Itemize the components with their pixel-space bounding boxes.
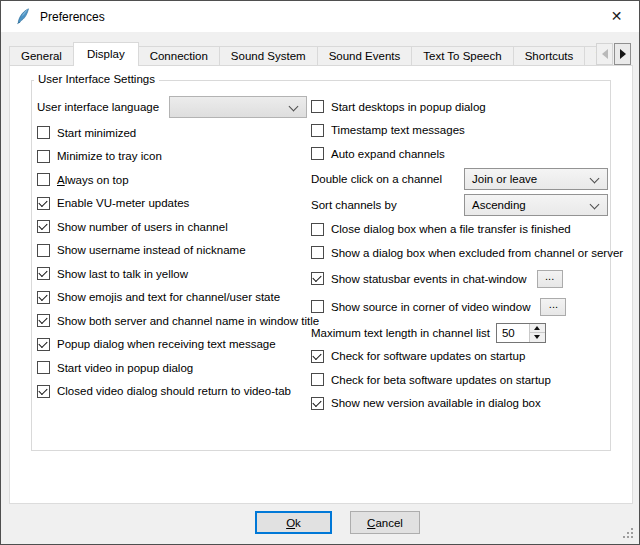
checkbox-show-username-instead-of-nickname[interactable]: Show username instead of nickname	[37, 239, 309, 263]
close-button[interactable]: ✕	[594, 1, 639, 32]
checkbox-box[interactable]	[37, 173, 50, 186]
checkbox-popup-dialog-when-receiving-text-message[interactable]: Popup dialog when receiving text message	[37, 333, 309, 357]
double-click-row: Double click on a channel Join or leave	[311, 166, 637, 192]
tab-general[interactable]: General	[9, 46, 74, 66]
statusbar-events-row[interactable]: Show statusbar events in chat-window ...	[311, 265, 637, 293]
tab-scroll-buttons	[596, 43, 631, 65]
preferences-dialog: Preferences ✕ GeneralDisplayConnectionSo…	[0, 0, 640, 545]
video-source-row[interactable]: Show source in corner of video window ..…	[311, 293, 637, 321]
checkbox-show-both-server-and-channel-name-in-window-title[interactable]: Show both server and channel name in win…	[37, 309, 309, 333]
checkbox-close-dialog-box-when-a-file-transfer-is-finished[interactable]: Close dialog box when a file transfer is…	[311, 218, 637, 242]
tab-display[interactable]: Display	[73, 42, 139, 66]
video-source-checkbox[interactable]	[311, 300, 324, 313]
right-bottom-checkbox-list: Check for software updates on startup Ch…	[311, 345, 637, 416]
spin-up-button[interactable]	[530, 324, 545, 334]
group-title: User Interface Settings	[34, 73, 159, 85]
sort-channels-label: Sort channels by	[311, 199, 464, 211]
checkbox-box[interactable]	[311, 350, 324, 363]
double-click-combobox[interactable]: Join or leave	[464, 168, 608, 190]
chevron-down-icon	[289, 102, 299, 112]
ok-button[interactable]: Ok	[255, 511, 332, 534]
checkbox-box[interactable]	[37, 244, 50, 257]
tab-shortcuts[interactable]: Shortcuts	[513, 46, 586, 66]
statusbar-events-label[interactable]: Show statusbar events in chat-window	[331, 273, 527, 285]
window-title: Preferences	[40, 10, 105, 24]
right-top-checkbox-list: Start desktops in popup dialog Timestamp…	[311, 95, 637, 166]
checkbox-box[interactable]	[37, 314, 50, 327]
tab-sound-events[interactable]: Sound Events	[317, 46, 413, 66]
checkbox-box[interactable]	[37, 267, 50, 280]
checkbox-box[interactable]	[37, 338, 50, 351]
resize-grip[interactable]	[623, 528, 635, 540]
checkbox-show-emojis-and-text-for-channel-user-state[interactable]: Show emojis and text for channel/user st…	[37, 286, 309, 310]
checkbox-box[interactable]	[311, 124, 324, 137]
spin-down-button[interactable]	[530, 333, 545, 342]
checkbox-box[interactable]	[311, 397, 324, 410]
checkbox-box[interactable]	[311, 373, 324, 386]
tab-scroll-right-button[interactable]	[614, 43, 631, 65]
resize-grip-icon	[623, 528, 625, 530]
checkbox-enable-vu-meter-updates[interactable]: Enable VU-meter updates	[37, 192, 309, 216]
max-text-length-value: 50	[497, 324, 529, 342]
language-row: User interface language	[37, 93, 309, 121]
sort-channels-combobox[interactable]: Ascending	[464, 194, 608, 216]
checkbox-show-last-to-talk-in-yellow[interactable]: Show last to talk in yellow	[37, 262, 309, 286]
double-click-label: Double click on a channel	[311, 173, 464, 185]
checkbox-box[interactable]	[37, 291, 50, 304]
video-source-label[interactable]: Show source in corner of video window	[331, 301, 530, 313]
checkbox-box[interactable]	[37, 150, 50, 163]
checkbox-box[interactable]	[37, 197, 50, 210]
tab-bar: GeneralDisplayConnectionSound SystemSoun…	[9, 42, 599, 66]
checkbox-closed-video-dialog-should-return-to-video-tab[interactable]: Closed video dialog should return to vid…	[37, 380, 309, 404]
sort-channels-combobox-value: Ascending	[472, 199, 526, 211]
checkbox-check-for-beta-software-updates-on-startup[interactable]: Check for beta software updates on start…	[311, 368, 637, 392]
checkbox-box[interactable]	[37, 361, 50, 374]
tab-scroll-left-icon	[602, 49, 608, 59]
cancel-button[interactable]: Cancel	[350, 511, 420, 534]
checkbox-box[interactable]	[311, 223, 324, 236]
checkbox-box[interactable]	[37, 220, 50, 233]
left-column: User interface language Start minimized …	[37, 93, 309, 403]
checkbox-always-on-top[interactable]: Always on top	[37, 168, 309, 192]
right-mid-checkbox-list: Close dialog box when a file transfer is…	[311, 218, 637, 265]
tab-scroll-right-icon	[620, 49, 626, 59]
checkbox-box[interactable]	[37, 385, 50, 398]
checkbox-box[interactable]	[311, 246, 324, 259]
language-label: User interface language	[37, 101, 169, 113]
checkbox-box[interactable]	[37, 126, 50, 139]
tab-text-to-speech[interactable]: Text To Speech	[411, 46, 513, 66]
max-text-length-spinner[interactable]: 50	[496, 323, 546, 343]
tab-sound-system[interactable]: Sound System	[219, 46, 318, 66]
close-icon: ✕	[611, 8, 623, 24]
app-icon	[14, 8, 31, 25]
checkbox-timestamp-text-messages[interactable]: Timestamp text messages	[311, 119, 637, 143]
sort-channels-row: Sort channels by Ascending	[311, 192, 637, 218]
tab-scroll-left-button[interactable]	[596, 43, 613, 65]
checkbox-start-video-in-popup-dialog[interactable]: Start video in popup dialog	[37, 356, 309, 380]
checkbox-auto-expand-channels[interactable]: Auto expand channels	[311, 142, 637, 166]
checkbox-show-new-version-available-in-dialog-box[interactable]: Show new version available in dialog box	[311, 392, 637, 416]
statusbar-events-checkbox[interactable]	[311, 272, 324, 285]
chevron-down-icon	[590, 173, 600, 183]
video-source-config-button[interactable]: ...	[540, 298, 566, 316]
checkbox-check-for-software-updates-on-startup[interactable]: Check for software updates on startup	[311, 345, 637, 369]
statusbar-events-config-button[interactable]: ...	[537, 270, 563, 288]
checkbox-minimize-to-tray-icon[interactable]: Minimize to tray icon	[37, 145, 309, 169]
checkbox-start-minimized[interactable]: Start minimized	[37, 121, 309, 145]
left-checkbox-list: Start minimized Minimize to tray icon Al…	[37, 121, 309, 403]
checkbox-box[interactable]	[311, 147, 324, 160]
max-text-length-label: Maximum text length in channel list	[311, 327, 490, 339]
language-combobox[interactable]	[169, 96, 307, 118]
checkbox-start-desktops-in-popup-dialog[interactable]: Start desktops in popup dialog	[311, 95, 637, 119]
titlebar[interactable]: Preferences ✕	[1, 1, 639, 32]
chevron-down-icon	[590, 199, 600, 209]
right-column: Start desktops in popup dialog Timestamp…	[311, 95, 637, 415]
checkbox-show-number-of-users-in-channel[interactable]: Show number of users in channel	[37, 215, 309, 239]
checkbox-show-a-dialog-box-when-excluded-from-channel-or-server[interactable]: Show a dialog box when excluded from cha…	[311, 241, 637, 265]
checkbox-box[interactable]	[311, 100, 324, 113]
tab-connection[interactable]: Connection	[138, 46, 220, 66]
double-click-combobox-value: Join or leave	[472, 173, 537, 185]
max-text-length-row: Maximum text length in channel list 50	[311, 321, 637, 345]
